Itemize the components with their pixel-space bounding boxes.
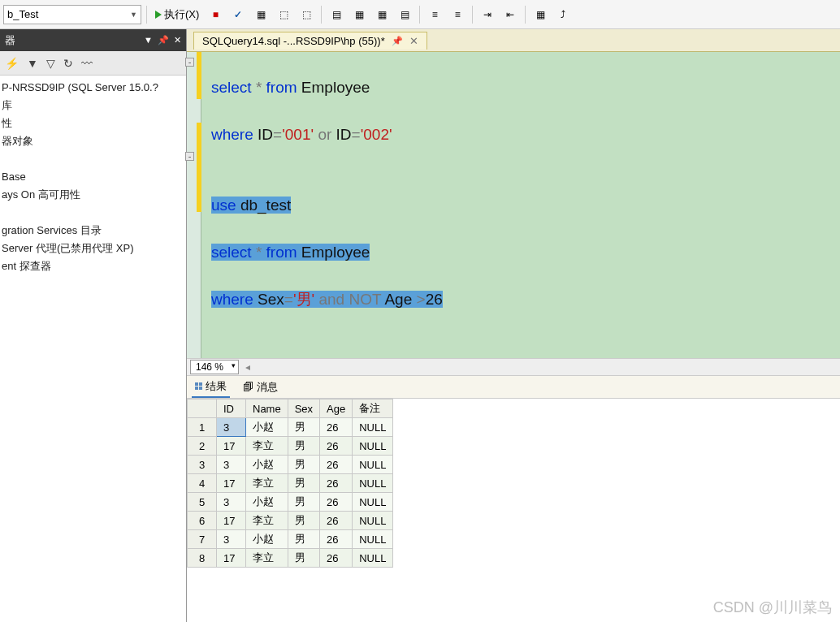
cell[interactable]: 17 [217,549,246,568]
parse-button[interactable]: ✓ [228,4,248,25]
tree-item[interactable]: 性 [0,114,186,132]
funnel-icon[interactable]: ▽ [46,57,55,70]
cell[interactable]: 3 [217,418,246,437]
filter-icon[interactable]: ▼ [27,57,38,70]
pin-icon[interactable]: 📌 [392,36,403,46]
tb-icon-3[interactable]: ⬚ [297,4,316,25]
tb-icon-10[interactable]: ⇥ [478,4,497,25]
tb-icon-8[interactable]: ≡ [425,4,444,25]
sql-tab[interactable]: SQLQuery14.sql -...RSSD9IP\hp (55))* 📌 ✕ [193,32,427,50]
cell[interactable]: 17 [217,512,246,530]
cell[interactable]: 李立 [246,512,288,530]
table-row[interactable]: 53小赵男26NULL [188,493,393,512]
column-header[interactable]: Sex [288,400,319,418]
cell[interactable]: 26 [320,418,353,437]
stop-button[interactable]: ■ [206,4,225,25]
tb-icon-2[interactable]: ⬚ [274,4,293,25]
column-header[interactable]: Age [320,400,353,418]
tb-icon-7[interactable]: ▤ [395,4,414,25]
cell[interactable]: NULL [353,456,393,474]
cell[interactable]: 小赵 [246,493,288,512]
column-header[interactable]: Name [246,400,288,418]
tb-icon-1[interactable]: ▦ [251,4,271,25]
tree-item[interactable] [0,204,186,222]
object-tree[interactable]: P-NRSSD9IP (SQL Server 15.0.?库性器对象 Basea… [0,76,186,279]
code-area[interactable]: select * from Employee where ID='001' or… [201,52,443,358]
cell[interactable]: 男 [288,512,319,530]
tb-icon-5[interactable]: ▦ [349,4,369,25]
cell[interactable]: 男 [288,456,319,474]
tb-icon-11[interactable]: ⇤ [500,4,520,25]
cell[interactable]: NULL [353,474,393,493]
tb-icon-13[interactable]: ⤴ [553,4,573,25]
pin-icon[interactable]: 📌 [158,35,169,45]
sql-editor[interactable]: - - select * from Employee where ID='001… [187,52,840,358]
tb-icon-12[interactable]: ▦ [530,4,550,25]
cell[interactable]: 26 [320,474,353,493]
table-row[interactable]: 33小赵男26NULL [188,456,393,474]
dropdown-icon[interactable]: ▼ [144,35,153,45]
cell[interactable]: 3 [217,493,246,512]
cell[interactable]: 男 [288,549,319,568]
collapse-icon[interactable]: - [185,58,194,67]
scroll-left-icon[interactable]: ◂ [245,361,250,373]
cell[interactable]: 26 [320,456,353,474]
tree-item[interactable]: 器对象 [0,132,186,150]
tb-icon-9[interactable]: ≡ [448,4,467,25]
cell[interactable]: NULL [353,549,393,568]
cell[interactable]: 小赵 [246,456,288,474]
table-row[interactable]: 617李立男26NULL [188,512,393,530]
refresh-icon[interactable]: ↻ [63,57,73,70]
cell[interactable]: 李立 [246,437,288,456]
cell[interactable]: NULL [353,512,393,530]
cell[interactable]: 小赵 [246,418,288,437]
cell[interactable]: 男 [288,493,319,512]
tb-icon-4[interactable]: ▤ [327,4,346,25]
tree-item[interactable]: 库 [0,97,186,114]
results-grid-container[interactable]: IDNameSexAge备注13小赵男26NULL217李立男26NULL33小… [187,399,840,622]
execute-button[interactable]: 执行(X) [152,4,202,25]
messages-tab[interactable]: 🗐 消息 [240,378,281,397]
table-row[interactable]: 13小赵男26NULL [188,418,393,437]
connect-icon[interactable]: ⚡ [5,57,19,70]
cell[interactable]: 26 [320,437,353,456]
tree-item[interactable]: ays On 高可用性 [0,186,186,204]
cell[interactable]: NULL [353,418,393,437]
table-row[interactable]: 73小赵男26NULL [188,530,393,549]
close-icon[interactable]: ✕ [174,35,181,45]
close-icon[interactable]: ✕ [409,35,418,47]
cell[interactable]: 男 [288,437,319,456]
cell[interactable]: 3 [217,456,246,474]
database-selector[interactable]: b_Test ▼ [3,5,141,24]
cell[interactable]: NULL [353,530,393,549]
tb-icon-6[interactable]: ▦ [372,4,392,25]
activity-icon[interactable]: 〰 [81,57,93,70]
cell[interactable]: 26 [320,512,353,530]
collapse-icon[interactable]: - [185,152,194,161]
cell[interactable]: 男 [288,418,319,437]
tree-item[interactable]: ent 探查器 [0,257,186,275]
cell[interactable]: 小赵 [246,530,288,549]
cell[interactable]: 男 [288,474,319,493]
cell[interactable]: 26 [320,549,353,568]
tree-item[interactable]: Base [0,168,186,186]
cell[interactable]: 17 [217,437,246,456]
cell[interactable]: 26 [320,530,353,549]
cell[interactable]: 男 [288,530,319,549]
results-tab[interactable]: 结果 [192,377,230,398]
column-header[interactable]: 备注 [353,400,393,418]
cell[interactable]: 17 [217,474,246,493]
tree-item[interactable]: P-NRSSD9IP (SQL Server 15.0.? [0,79,186,97]
table-row[interactable]: 417李立男26NULL [188,474,393,493]
table-row[interactable]: 817李立男26NULL [188,549,393,568]
column-header[interactable]: ID [217,400,246,418]
cell[interactable]: 李立 [246,549,288,568]
cell[interactable]: 3 [217,530,246,549]
table-row[interactable]: 217李立男26NULL [188,437,393,456]
cell[interactable]: NULL [353,437,393,456]
zoom-selector[interactable]: 146 % [190,360,239,374]
cell[interactable]: 26 [320,493,353,512]
tree-item[interactable] [0,150,186,168]
tree-item[interactable]: Server 代理(已禁用代理 XP) [0,240,186,257]
cell[interactable]: 李立 [246,474,288,493]
